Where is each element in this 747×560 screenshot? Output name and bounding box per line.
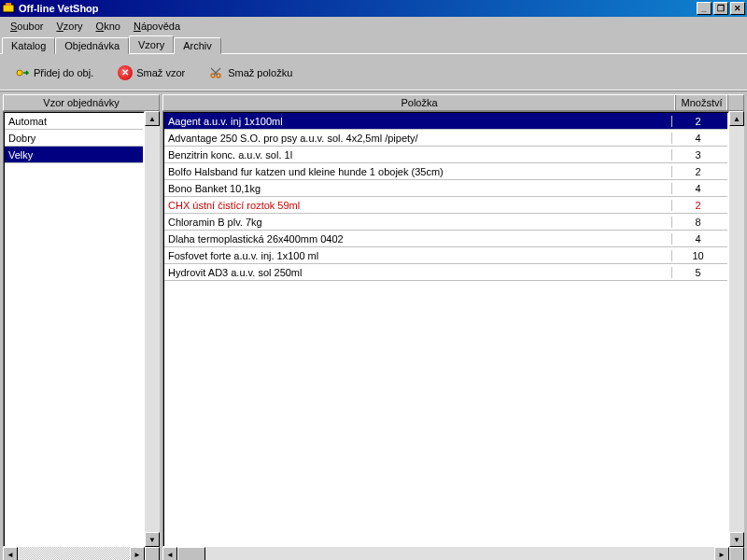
scroll-thumb[interactable] xyxy=(177,547,205,560)
menu-soubor[interactable]: Soubor xyxy=(4,19,49,34)
item-header-scroll-gap xyxy=(728,95,743,110)
item-qty: 2 xyxy=(671,166,724,177)
template-row[interactable]: Velky xyxy=(5,147,143,163)
add-to-order-label: Přidej do obj. xyxy=(34,67,93,78)
item-vscroll[interactable]: ▲ ▼ xyxy=(729,111,744,560)
template-row[interactable]: Automat xyxy=(5,113,143,130)
title-bar: Off-line VetShop _ ❐ ✕ xyxy=(0,0,747,17)
add-icon xyxy=(15,65,30,80)
item-header-qty[interactable]: Množství xyxy=(676,95,728,110)
tab-bar: Katalog Objednávka Vzory Archiv xyxy=(0,35,747,54)
scroll-right-icon[interactable]: ► xyxy=(714,547,729,560)
item-name: Aagent a.u.v. inj 1x100ml xyxy=(168,116,671,127)
menu-vzory[interactable]: Vzory xyxy=(49,19,89,34)
item-qty: 8 xyxy=(671,217,724,228)
item-qty: 4 xyxy=(671,233,724,245)
item-qty: 4 xyxy=(671,133,724,144)
item-name: Benzitrin konc. a.u.v. sol. 1l xyxy=(168,149,671,161)
scroll-left-icon[interactable]: ◄ xyxy=(3,547,18,560)
item-name: Dlaha termoplastická 26x400mm 0402 xyxy=(168,233,671,245)
menu-okno[interactable]: Okno xyxy=(90,19,127,34)
item-row[interactable]: Hydrovit AD3 a.u.v. sol 250ml5 xyxy=(164,264,727,281)
delete-template-label: Smaž vzor xyxy=(136,67,185,78)
item-qty: 5 xyxy=(671,267,724,278)
add-to-order-button[interactable]: Přidej do obj. xyxy=(9,63,99,83)
svg-rect-0 xyxy=(3,5,14,12)
item-row[interactable]: Dlaha termoplastická 26x400mm 04024 xyxy=(164,231,727,247)
delete-item-button[interactable]: Smaž položku xyxy=(204,63,298,83)
scroll-up-icon[interactable]: ▲ xyxy=(729,111,744,126)
delete-icon: ✕ xyxy=(118,65,133,80)
tab-archiv[interactable]: Archiv xyxy=(174,37,221,54)
svg-point-2 xyxy=(17,70,22,76)
template-header-cell[interactable]: Vzor objednávky xyxy=(4,95,159,110)
item-row[interactable]: Advantage 250 S.O. pro psy a.u.v. sol. 4… xyxy=(164,130,727,147)
item-name: Advantage 250 S.O. pro psy a.u.v. sol. 4… xyxy=(168,133,671,144)
minimize-button[interactable]: _ xyxy=(697,2,712,15)
item-name: Fosfovet forte a.u.v. inj. 1x100 ml xyxy=(168,250,671,261)
scroll-left-icon[interactable]: ◄ xyxy=(162,547,177,560)
close-button[interactable]: ✕ xyxy=(730,2,745,15)
scroll-right-icon[interactable]: ► xyxy=(130,547,145,560)
template-list-header: Vzor objednávky xyxy=(3,94,160,111)
menu-napoveda[interactable]: Nápověda xyxy=(127,19,187,34)
scroll-corner xyxy=(145,547,160,560)
tab-vzory[interactable]: Vzory xyxy=(129,35,174,53)
item-header-name[interactable]: Položka xyxy=(163,95,676,110)
scroll-corner xyxy=(729,547,744,560)
item-row[interactable]: CHX ústní čistící roztok 59ml2 xyxy=(164,197,727,214)
item-name: CHX ústní čistící roztok 59ml xyxy=(168,200,671,211)
item-qty: 4 xyxy=(671,183,724,194)
item-row[interactable]: Bolfo Halsband fur katzen und kleine hun… xyxy=(164,163,727,180)
item-hscroll[interactable]: ◄ ► xyxy=(162,547,729,560)
template-vscroll[interactable]: ▲ ▼ xyxy=(145,111,160,560)
item-row[interactable]: Fosfovet forte a.u.v. inj. 1x100 ml10 xyxy=(164,247,727,264)
template-list-pane: Vzor objednávky AutomatDobryVelky ◄ ► ▲ xyxy=(3,94,160,560)
scroll-down-icon[interactable]: ▼ xyxy=(729,532,744,547)
item-list-pane: Položka Množství Aagent a.u.v. inj 1x100… xyxy=(162,94,744,560)
tab-objednavka[interactable]: Objednávka xyxy=(55,37,129,54)
template-row[interactable]: Dobry xyxy=(5,130,143,147)
delete-template-button[interactable]: ✕ Smaž vzor xyxy=(112,63,190,83)
item-qty: 10 xyxy=(671,250,724,261)
toolbar: Přidej do obj. ✕ Smaž vzor Smaž položku xyxy=(0,54,747,91)
menu-bar: Soubor Vzory Okno Nápověda xyxy=(0,17,747,35)
delete-item-label: Smaž položku xyxy=(228,67,292,78)
scroll-down-icon[interactable]: ▼ xyxy=(145,532,160,547)
svg-rect-1 xyxy=(6,3,11,6)
item-name: Bono Banket 10,1kg xyxy=(168,183,671,194)
item-row[interactable]: Chloramin B plv. 7kg8 xyxy=(164,214,727,231)
item-name: Hydrovit AD3 a.u.v. sol 250ml xyxy=(168,267,671,278)
item-list-header: Položka Množství xyxy=(162,94,744,111)
content-area: Vzor objednávky AutomatDobryVelky ◄ ► ▲ xyxy=(0,91,747,560)
template-hscroll[interactable]: ◄ ► xyxy=(3,547,145,560)
item-row[interactable]: Bono Banket 10,1kg4 xyxy=(164,180,727,197)
template-listbox[interactable]: AutomatDobryVelky xyxy=(3,111,145,547)
item-row[interactable]: Aagent a.u.v. inj 1x100ml2 xyxy=(164,113,727,130)
maximize-button[interactable]: ❐ xyxy=(713,2,728,15)
tab-katalog[interactable]: Katalog xyxy=(2,37,55,54)
scroll-up-icon[interactable]: ▲ xyxy=(145,111,160,126)
item-qty: 2 xyxy=(671,200,724,211)
app-icon xyxy=(2,2,15,15)
item-listbox[interactable]: Aagent a.u.v. inj 1x100ml2Advantage 250 … xyxy=(162,111,729,547)
scissors-icon xyxy=(209,65,224,80)
item-name: Bolfo Halsband fur katzen und kleine hun… xyxy=(168,166,671,177)
window-title: Off-line VetShop xyxy=(19,3,695,14)
item-row[interactable]: Benzitrin konc. a.u.v. sol. 1l3 xyxy=(164,147,727,163)
item-qty: 2 xyxy=(671,116,724,127)
item-name: Chloramin B plv. 7kg xyxy=(168,217,671,228)
item-qty: 3 xyxy=(671,149,724,161)
